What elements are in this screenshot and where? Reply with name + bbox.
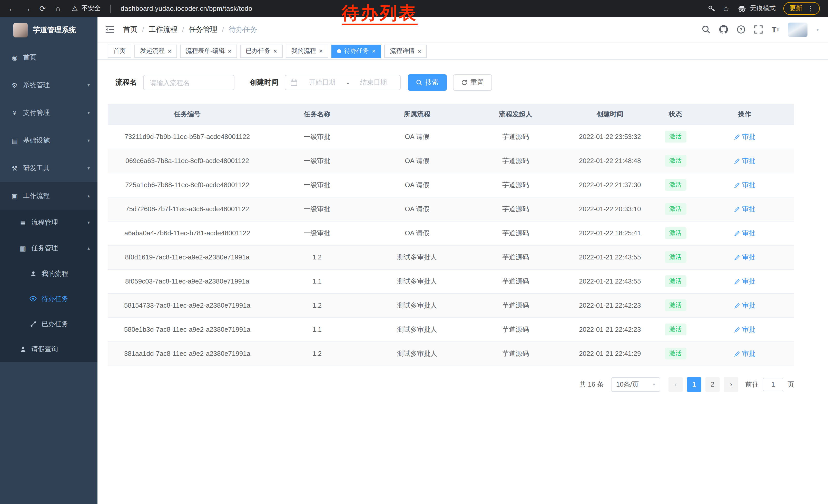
url-text[interactable]: dashboard.yudao.iocoder.cn/bpm/task/todo bbox=[121, 5, 252, 12]
chevron-down-icon[interactable]: ▾ bbox=[817, 27, 819, 32]
sidebar-collapse-icon[interactable] bbox=[105, 26, 114, 33]
breadcrumb-workflow[interactable]: 工作流程 bbox=[149, 25, 189, 34]
date-range-picker[interactable]: 开始日期 - 结束日期 bbox=[285, 75, 401, 90]
edit-icon bbox=[734, 158, 740, 164]
cell-task-name: 1.2 bbox=[267, 293, 367, 317]
approve-button[interactable]: 审批 bbox=[734, 228, 755, 238]
approve-button[interactable]: 审批 bbox=[734, 325, 755, 334]
cell-initiator: 芋道源码 bbox=[467, 221, 564, 245]
chevron-up-icon: ▴ bbox=[87, 193, 90, 198]
approve-button[interactable]: 审批 bbox=[734, 132, 755, 141]
forward-icon[interactable]: → bbox=[19, 4, 35, 13]
approve-button[interactable]: 审批 bbox=[734, 301, 755, 310]
close-icon[interactable]: × bbox=[228, 48, 232, 54]
page-size-select[interactable]: 10条/页 ▾ bbox=[611, 377, 660, 392]
home-icon[interactable]: ⌂ bbox=[50, 4, 66, 13]
font-size-icon[interactable]: TT bbox=[772, 26, 780, 33]
breadcrumb-task-mgmt[interactable]: 任务管理 bbox=[189, 25, 229, 34]
close-icon[interactable]: × bbox=[372, 48, 376, 54]
sidebar-item-devtools[interactable]: ⚒ 研发工具 ▾ bbox=[0, 154, 97, 182]
tab-form-edit[interactable]: 流程表单-编辑 × bbox=[180, 44, 237, 58]
sidebar-item-task-mgmt[interactable]: ▥ 任务管理 ▴ bbox=[0, 235, 97, 261]
table-row: 069c6a63-7b8a-11ec-8ef0-acde48001122 一级审… bbox=[108, 149, 794, 173]
help-icon[interactable]: ? bbox=[737, 25, 745, 34]
breadcrumb-home[interactable]: 首页 bbox=[123, 25, 149, 34]
cell-status: 激活 bbox=[656, 341, 695, 366]
tab-process-detail[interactable]: 流程详情 × bbox=[384, 44, 427, 58]
back-icon[interactable]: ← bbox=[4, 4, 19, 13]
reset-button[interactable]: 重置 bbox=[453, 74, 492, 91]
tab-todo-task[interactable]: 待办任务 × bbox=[331, 44, 381, 58]
status-badge: 激活 bbox=[665, 300, 686, 311]
edit-icon bbox=[734, 254, 740, 260]
search-button[interactable]: 搜索 bbox=[408, 74, 447, 91]
cell-process: OA 请假 bbox=[367, 173, 467, 197]
cell-status: 激活 bbox=[656, 197, 695, 221]
sidebar-item-system[interactable]: ⚙ 系统管理 ▾ bbox=[0, 71, 97, 99]
page-button-1[interactable]: 1 bbox=[687, 377, 701, 392]
sidebar-item-done-task[interactable]: 已办任务 bbox=[0, 311, 97, 336]
chevron-down-icon: ▾ bbox=[87, 83, 90, 88]
bookmark-star-icon[interactable]: ☆ bbox=[722, 4, 730, 13]
app-logo[interactable]: 芋道管理系统 bbox=[0, 17, 97, 44]
prev-page-button[interactable]: ‹ bbox=[668, 377, 683, 392]
cell-created: 2022-01-21 22:43:55 bbox=[564, 245, 656, 269]
approve-button[interactable]: 审批 bbox=[734, 253, 755, 262]
page-button-2[interactable]: 2 bbox=[705, 377, 720, 392]
status-badge: 激活 bbox=[665, 251, 686, 263]
cell-created: 2022-01-22 20:33:10 bbox=[564, 197, 656, 221]
cell-initiator: 芋道源码 bbox=[467, 149, 564, 173]
edit-icon bbox=[734, 230, 740, 236]
close-icon[interactable]: × bbox=[319, 48, 323, 54]
cell-task-name: 一级审批 bbox=[267, 149, 367, 173]
approve-button[interactable]: 审批 bbox=[734, 180, 755, 189]
sidebar-item-payment[interactable]: ¥ 支付管理 ▾ bbox=[0, 99, 97, 127]
next-page-button[interactable]: › bbox=[724, 377, 738, 392]
sidebar-item-leave-query[interactable]: 请假查询 bbox=[0, 336, 97, 362]
sidebar-item-workflow[interactable]: ▣ 工作流程 ▴ bbox=[0, 182, 97, 210]
search-icon[interactable] bbox=[702, 25, 710, 34]
approve-button[interactable]: 审批 bbox=[734, 277, 755, 286]
page-unit-label: 页 bbox=[787, 380, 794, 389]
logo-image bbox=[13, 23, 28, 37]
sidebar-item-process-mgmt[interactable]: ≣ 流程管理 ▾ bbox=[0, 210, 97, 235]
key-icon[interactable] bbox=[707, 5, 715, 12]
todo-task-table: 任务编号 任务名称 所属流程 流程发起人 创建时间 状态 操作 73211d9d… bbox=[108, 104, 794, 366]
fullscreen-icon[interactable] bbox=[754, 25, 763, 34]
status-badge: 激活 bbox=[665, 227, 686, 239]
col-task-id: 任务编号 bbox=[108, 104, 267, 125]
cell-task-id: 8f0d1619-7ac8-11ec-a9e2-a2380e71991a bbox=[108, 245, 267, 269]
more-menu-icon[interactable]: ⋮ bbox=[807, 5, 814, 12]
sidebar-item-todo-task[interactable]: 待办任务 bbox=[0, 286, 97, 311]
approve-button[interactable]: 审批 bbox=[734, 349, 755, 358]
close-icon[interactable]: × bbox=[274, 48, 277, 54]
sidebar-item-my-process[interactable]: 我的流程 bbox=[0, 261, 97, 286]
avatar[interactable] bbox=[788, 22, 808, 37]
col-initiator: 流程发起人 bbox=[467, 104, 564, 125]
sidebar-item-home[interactable]: ◉ 首页 bbox=[0, 44, 97, 71]
tab-home[interactable]: 首页 bbox=[108, 44, 131, 58]
close-icon[interactable]: × bbox=[418, 48, 421, 54]
pagination: 共 16 条 10条/页 ▾ ‹ 1 2 › 前往 页 bbox=[108, 377, 794, 392]
close-icon[interactable]: × bbox=[168, 48, 171, 54]
approve-button[interactable]: 审批 bbox=[734, 204, 755, 214]
tags-view-bar: 首页 发起流程 × 流程表单-编辑 × 已办任务 × 我的流程 × 待办任务 ×… bbox=[97, 43, 828, 60]
update-button[interactable]: 更新 ⋮ bbox=[783, 2, 820, 15]
address-bar[interactable]: ⚠ 不安全 dashboard.yudao.iocoder.cn/bpm/tas… bbox=[72, 4, 252, 13]
approve-button[interactable]: 审批 bbox=[734, 156, 755, 165]
github-icon[interactable] bbox=[719, 25, 728, 34]
main-content: 流程名 创建时间 开始日期 - 结束日期 搜索 重置 bbox=[97, 60, 828, 504]
cell-created: 2022-01-22 21:37:30 bbox=[564, 173, 656, 197]
tab-done-task[interactable]: 已办任务 × bbox=[240, 44, 283, 58]
sidebar-item-infrastructure[interactable]: ▤ 基础设施 ▾ bbox=[0, 127, 97, 154]
goto-page: 前往 页 bbox=[745, 378, 794, 391]
status-badge: 激活 bbox=[665, 275, 686, 287]
cell-initiator: 芋道源码 bbox=[467, 173, 564, 197]
refresh-icon[interactable]: ⟳ bbox=[35, 4, 50, 13]
cell-task-name: 一级审批 bbox=[267, 197, 367, 221]
tab-start-process[interactable]: 发起流程 × bbox=[134, 44, 177, 58]
cell-process: 测试多审批人 bbox=[367, 245, 467, 269]
process-name-input[interactable] bbox=[143, 75, 235, 90]
goto-page-input[interactable] bbox=[763, 378, 783, 391]
tab-my-process[interactable]: 我的流程 × bbox=[286, 44, 328, 58]
